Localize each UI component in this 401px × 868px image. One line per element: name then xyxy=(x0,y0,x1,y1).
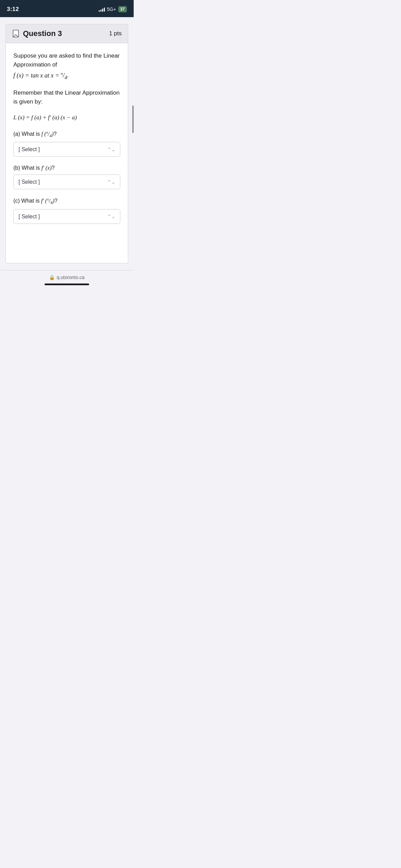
url-bar: 🔒 q.utoronto.ca xyxy=(49,275,85,280)
select-wrapper-b: [ Select ] ⌃⌄ xyxy=(13,174,120,189)
sub-question-c-label: (c) What is f′ (π/4)? xyxy=(13,197,120,206)
card-bottom-spacer xyxy=(13,232,120,253)
sub-question-a: (a) What is f (π/4)? [ Select ] ⌃⌄ xyxy=(13,131,120,157)
sub-question-a-label: (a) What is f (π/4)? xyxy=(13,131,120,139)
status-time: 3:12 xyxy=(7,6,19,13)
select-wrapper-a: [ Select ] ⌃⌄ xyxy=(13,142,120,157)
question-header-left: Question 3 xyxy=(12,29,62,38)
question-points: 1 pts xyxy=(109,30,122,37)
battery-indicator: 37 xyxy=(118,6,127,12)
status-bar: 3:12 5G+ 37 xyxy=(0,0,134,17)
select-b[interactable]: [ Select ] xyxy=(13,174,120,189)
signal-icon xyxy=(99,7,105,12)
bookmark-icon[interactable] xyxy=(12,30,20,37)
lock-icon: 🔒 xyxy=(49,275,55,280)
home-indicator[interactable] xyxy=(45,284,89,285)
question-body: Suppose you are asked to find the Linear… xyxy=(6,43,128,263)
select-wrapper-c: [ Select ] ⌃⌄ xyxy=(13,209,120,224)
network-type: 5G+ xyxy=(107,7,116,12)
scrollbar[interactable] xyxy=(132,106,134,133)
sub-question-b: (b) What is f′ (x)? [ Select ] ⌃⌄ xyxy=(13,165,120,189)
sub-question-c: (c) What is f′ (π/4)? [ Select ] ⌃⌄ xyxy=(13,197,120,224)
status-icons: 5G+ 37 xyxy=(99,6,127,12)
url-text: q.utoronto.ca xyxy=(57,275,85,280)
main-content: Question 3 1 pts Suppose you are asked t… xyxy=(0,17,134,270)
formula-1: f (x) = tan x at x = π/4. xyxy=(13,71,120,82)
bottom-bar: 🔒 q.utoronto.ca xyxy=(0,270,134,292)
question-header: Question 3 1 pts xyxy=(6,24,128,43)
select-c[interactable]: [ Select ] xyxy=(13,209,120,224)
question-card: Question 3 1 pts Suppose you are asked t… xyxy=(5,24,128,263)
sub-question-b-label: (b) What is f′ (x)? xyxy=(13,165,120,171)
question-title: Question 3 xyxy=(23,29,62,38)
select-a[interactable]: [ Select ] xyxy=(13,142,120,157)
formula-2: L (x) = f (a) + f′ (a) (x − a) xyxy=(13,113,120,122)
question-paragraph-1: Suppose you are asked to find the Linear… xyxy=(13,51,120,82)
question-paragraph-2: Remember that the Linear Approximation i… xyxy=(13,88,120,107)
